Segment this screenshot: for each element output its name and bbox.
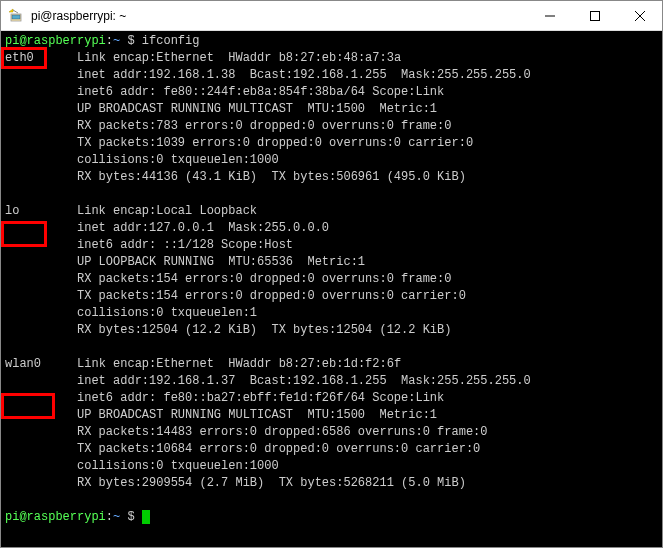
wlan0-line-7: RX bytes:2909554 (2.7 MiB) TX bytes:5268…	[77, 476, 466, 490]
lo-line-0: Link encap:Local Loopback	[77, 204, 257, 218]
highlight-lo	[1, 221, 47, 247]
eth0-line-4: RX packets:783 errors:0 dropped:0 overru…	[77, 119, 451, 133]
terminal-area[interactable]: pi@raspberrypi:~ $ ifconfig eth0 Link en…	[1, 31, 662, 547]
lo-line-6: collisions:0 txqueuelen:1	[77, 306, 257, 320]
eth0-line-3: UP BROADCAST RUNNING MULTICAST MTU:1500 …	[77, 102, 437, 116]
prompt-userhost: pi@raspberrypi	[5, 34, 106, 48]
prompt-dollar-2: $	[120, 510, 142, 524]
eth0-line-2: inet6 addr: fe80::244f:eb8a:854f:38ba/64…	[77, 85, 444, 99]
eth0-line-0: Link encap:Ethernet HWaddr b8:27:eb:48:a…	[77, 51, 401, 65]
wlan0-line-5: TX packets:10684 errors:0 dropped:0 over…	[77, 442, 480, 456]
minimize-button[interactable]	[527, 1, 572, 30]
lo-line-7: RX bytes:12504 (12.2 KiB) TX bytes:12504…	[77, 323, 451, 337]
prompt-dollar: $	[120, 34, 142, 48]
window-title: pi@raspberrypi: ~	[25, 9, 527, 23]
prompt-userhost-2: pi@raspberrypi	[5, 510, 106, 524]
titlebar[interactable]: pi@raspberrypi: ~	[1, 1, 662, 31]
app-window: pi@raspberrypi: ~ pi@raspberrypi:~ $ ifc…	[0, 0, 663, 548]
highlight-wlan0	[1, 393, 55, 419]
eth0-line-6: collisions:0 txqueuelen:1000	[77, 153, 279, 167]
lo-line-1: inet addr:127.0.0.1 Mask:255.0.0.0	[77, 221, 329, 235]
svg-line-2	[13, 10, 18, 13]
wlan0-line-2: inet6 addr: fe80::ba27:ebff:fe1d:f26f/64…	[77, 391, 444, 405]
wlan0-line-4: RX packets:14483 errors:0 dropped:6586 o…	[77, 425, 487, 439]
wlan0-line-3: UP BROADCAST RUNNING MULTICAST MTU:1500 …	[77, 408, 437, 422]
svg-rect-4	[590, 11, 599, 20]
lo-line-4: RX packets:154 errors:0 dropped:0 overru…	[77, 272, 451, 286]
putty-icon	[7, 7, 25, 25]
window-controls	[527, 1, 662, 30]
lo-line-3: UP LOOPBACK RUNNING MTU:65536 Metric:1	[77, 255, 365, 269]
svg-rect-1	[12, 15, 20, 19]
iface-name-wlan0: wlan0	[5, 357, 77, 371]
eth0-line-5: TX packets:1039 errors:0 dropped:0 overr…	[77, 136, 473, 150]
eth0-line-7: RX bytes:44136 (43.1 KiB) TX bytes:50696…	[77, 170, 466, 184]
eth0-line-1: inet addr:192.168.1.38 Bcast:192.168.1.2…	[77, 68, 531, 82]
wlan0-line-1: inet addr:192.168.1.37 Bcast:192.168.1.2…	[77, 374, 531, 388]
prompt-sep-2: :	[106, 510, 113, 524]
prompt-sep: :	[106, 34, 113, 48]
cursor	[142, 510, 150, 524]
lo-line-2: inet6 addr: ::1/128 Scope:Host	[77, 238, 293, 252]
close-button[interactable]	[617, 1, 662, 30]
iface-name-lo: lo	[5, 204, 77, 218]
command-text: ifconfig	[142, 34, 200, 48]
wlan0-line-0: Link encap:Ethernet HWaddr b8:27:eb:1d:f…	[77, 357, 401, 371]
maximize-button[interactable]	[572, 1, 617, 30]
wlan0-line-6: collisions:0 txqueuelen:1000	[77, 459, 279, 473]
iface-name-eth0: eth0	[5, 51, 77, 65]
lo-line-5: TX packets:154 errors:0 dropped:0 overru…	[77, 289, 466, 303]
